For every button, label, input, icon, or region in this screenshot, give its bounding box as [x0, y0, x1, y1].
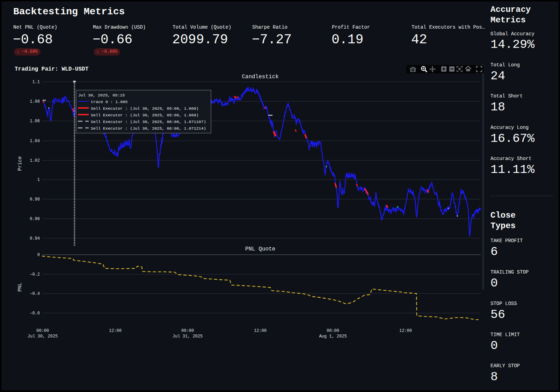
svg-text:Aug 1, 2025: Aug 1, 2025 — [319, 334, 347, 339]
svg-text:12:00: 12:00 — [254, 328, 267, 333]
svg-text:12:00: 12:00 — [109, 328, 122, 333]
svg-text:0: 0 — [37, 253, 40, 257]
svg-text:1.06: 1.06 — [30, 119, 40, 124]
svg-text:1.02: 1.02 — [30, 158, 40, 163]
svg-text:00:00: 00:00 — [181, 328, 194, 333]
svg-text:0.96: 0.96 — [30, 217, 40, 222]
svg-text:Price: Price — [17, 156, 23, 171]
svg-text:trace 0 : 1.065: trace 0 : 1.065 — [91, 100, 128, 104]
svg-text:Jul 31, 2025: Jul 31, 2025 — [173, 334, 203, 339]
svg-text:−0.6: −0.6 — [30, 311, 40, 316]
svg-text:1.08: 1.08 — [30, 99, 40, 104]
svg-text:−0.4: −0.4 — [30, 291, 40, 296]
svg-text:−0.2: −0.2 — [30, 272, 40, 277]
svg-text:Jul 30, 2025, 05:15: Jul 30, 2025, 05:15 — [78, 93, 125, 98]
svg-text:1.04: 1.04 — [30, 139, 40, 144]
svg-text:00:00: 00:00 — [327, 328, 339, 333]
svg-text:Sell Executor : (Jul 30, 2025,: Sell Executor : (Jul 30, 2025, 05:06, 1.… — [91, 113, 199, 118]
svg-text:00:00: 00:00 — [36, 328, 49, 333]
svg-text:1: 1 — [37, 177, 40, 182]
svg-text:PNL: PNL — [17, 283, 23, 291]
svg-text:Sell Executor : (Jul 30, 2025,: Sell Executor : (Jul 30, 2025, 06:06, 1.… — [91, 126, 206, 131]
svg-text:12:00: 12:00 — [399, 328, 412, 333]
svg-text:0.98: 0.98 — [30, 197, 40, 202]
svg-text:Sell Executor : (Jul 30, 2025,: Sell Executor : (Jul 30, 2025, 05:06, 1.… — [91, 106, 199, 111]
svg-text:Jul 30, 2025: Jul 30, 2025 — [28, 334, 58, 339]
svg-text:1.1: 1.1 — [32, 80, 40, 85]
svg-text:0.94: 0.94 — [30, 236, 40, 241]
svg-text:Candlestick: Candlestick — [242, 74, 279, 80]
svg-text:Sell Executor : (Jul 30, 2025,: Sell Executor : (Jul 30, 2025, 06:06, 1.… — [91, 119, 206, 124]
svg-text:PNL Quote: PNL Quote — [245, 246, 275, 252]
